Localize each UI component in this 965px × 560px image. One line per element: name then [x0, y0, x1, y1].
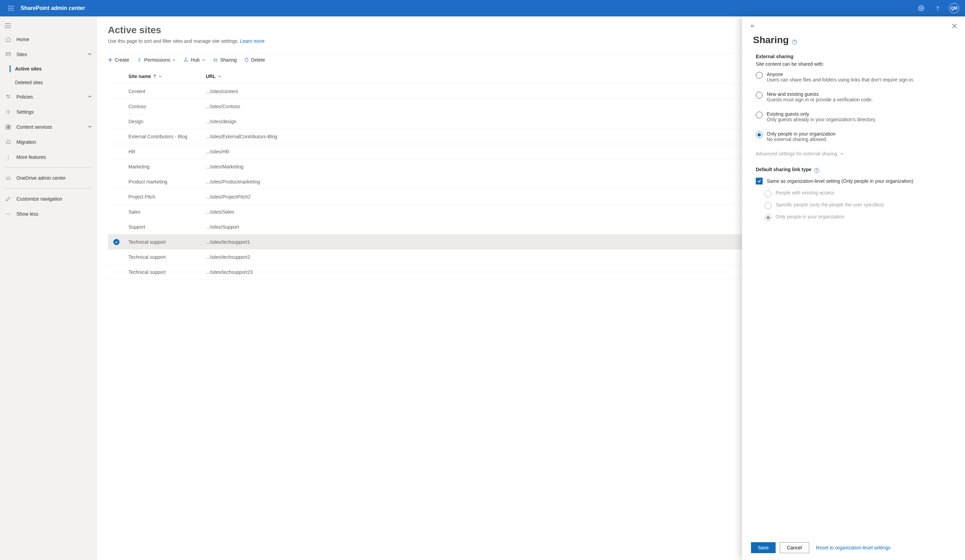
cmd-label: Delete	[251, 57, 265, 63]
sidebar-item-label: Deleted sites	[15, 80, 43, 85]
column-header-name[interactable]: Site name	[128, 73, 206, 79]
sidebar-item-label: Sites	[16, 52, 83, 57]
sidebar-item-label: Settings	[16, 109, 92, 115]
svg-rect-22	[8, 125, 10, 127]
cell-site-name: Technical support	[128, 239, 206, 245]
cell-site-name: Technical support	[128, 269, 206, 275]
sidebar-item-settings[interactable]: Settings	[0, 104, 96, 119]
option-sublabel: Only guests already in your organization…	[767, 117, 876, 122]
svg-rect-14	[6, 53, 10, 56]
app-title: SharePoint admin center	[21, 5, 85, 11]
option-label: New and existing guests	[767, 91, 873, 97]
option-label: Anyone	[767, 72, 914, 77]
option-label: Only people in your organization	[767, 131, 836, 137]
sharing-button[interactable]: Sharing	[213, 57, 237, 63]
delete-button[interactable]: Delete	[244, 57, 265, 63]
reset-link[interactable]: Reset to organization-level settings	[816, 545, 891, 550]
nav-toggle-button[interactable]	[5, 24, 11, 29]
sidebar-item-more-features[interactable]: More features	[0, 150, 96, 165]
chevron-down-icon	[88, 95, 92, 99]
sharing-option[interactable]: Only people in your organizationNo exter…	[756, 131, 951, 142]
sidebar-item-label: OneDrive admin center	[16, 175, 92, 181]
cell-site-name: Support	[128, 224, 206, 230]
sidebar-item-customize[interactable]: Customize navigation	[0, 191, 96, 206]
selected-check-icon	[113, 239, 119, 245]
save-button[interactable]: Save	[751, 542, 775, 553]
svg-point-30	[10, 214, 10, 214]
svg-point-3	[8, 8, 10, 9]
radio-icon	[756, 72, 762, 79]
sharing-option[interactable]: New and existing guestsGuests must sign …	[756, 91, 951, 102]
svg-point-28	[6, 214, 7, 214]
avatar: QM	[949, 3, 959, 13]
sites-icon	[5, 52, 11, 57]
svg-point-5	[13, 8, 14, 9]
cell-site-name: Content	[128, 89, 206, 94]
sidebar-item-active-sites[interactable]: Active sites	[0, 62, 96, 76]
pencil-icon	[5, 196, 11, 202]
permissions-button[interactable]: Permissions	[137, 57, 176, 63]
svg-point-25	[8, 155, 8, 156]
svg-point-1	[11, 6, 11, 7]
external-sharing-title: External sharing	[756, 54, 951, 59]
cell-site-name: Contoso	[128, 104, 206, 109]
gear-icon	[918, 5, 924, 11]
sidebar-item-onedrive[interactable]: OneDrive admin center	[0, 170, 96, 186]
app-launcher-button[interactable]	[3, 0, 19, 16]
cell-site-name: External Contributors - Blog	[128, 134, 206, 139]
radio-icon	[765, 214, 772, 221]
external-sharing-desc: Site content can be shared with:	[756, 61, 951, 67]
sharing-option[interactable]: AnyoneUsers can share files and folders …	[756, 72, 951, 83]
svg-point-40	[214, 59, 215, 60]
chevron-down-icon	[159, 75, 162, 78]
svg-point-4	[11, 8, 11, 9]
learn-more-link[interactable]: Learn more	[240, 38, 265, 44]
account-button[interactable]: QM	[946, 0, 962, 16]
option-sublabel: Users can share files and folders using …	[767, 77, 914, 83]
sidebar-item-label: Migration	[16, 139, 92, 145]
sharing-option[interactable]: Existing guests onlyOnly guests already …	[756, 111, 951, 122]
svg-point-20	[8, 111, 9, 113]
settings-button[interactable]	[913, 0, 929, 16]
create-button[interactable]: Create	[108, 57, 129, 63]
same-as-org-checkbox[interactable]: Same as organization-level setting (Only…	[756, 178, 951, 184]
permissions-icon	[137, 57, 142, 63]
link-type-info-button[interactable]: ?	[815, 168, 819, 173]
link-type-title: Default sharing link type	[756, 167, 811, 172]
panel-footer: Save Cancel Reset to organization-level …	[742, 538, 965, 560]
panel-title: Sharing	[753, 34, 788, 46]
home-icon	[5, 37, 11, 42]
sidebar-item-home[interactable]: Home	[0, 32, 96, 47]
option-sublabel: Guests must sign in or provide a verific…	[767, 97, 873, 102]
panel-back-button[interactable]	[749, 22, 757, 31]
sidebar-item-deleted-sites[interactable]: Deleted sites	[0, 76, 96, 89]
svg-rect-24	[8, 127, 10, 129]
help-button[interactable]	[929, 0, 946, 16]
sidebar-item-content-services[interactable]: Content services	[0, 119, 96, 134]
cancel-button[interactable]: Cancel	[780, 542, 809, 553]
panel-close-button[interactable]	[950, 22, 958, 31]
sidebar-item-migration[interactable]: Migration	[0, 134, 96, 150]
svg-point-7	[11, 10, 11, 11]
cmd-label: Create	[115, 57, 129, 63]
svg-point-6	[8, 10, 10, 11]
hamburger-icon	[5, 23, 11, 28]
sidebar-item-sites[interactable]: Sites	[0, 47, 96, 62]
plus-icon	[108, 57, 113, 62]
cell-site-name: Marketing	[128, 164, 206, 170]
panel-title-info-button[interactable]: ?	[792, 40, 797, 44]
advanced-settings-toggle[interactable]: Advanced settings for external sharing	[756, 151, 951, 157]
advanced-label: Advanced settings for external sharing	[756, 151, 837, 157]
cmd-label: Sharing	[220, 57, 237, 63]
sort-up-icon	[153, 74, 157, 78]
divider	[5, 167, 92, 168]
help-icon	[934, 5, 941, 11]
link-type-option: Specific people (only the people the use…	[765, 202, 951, 209]
radio-icon	[756, 112, 762, 118]
hub-button[interactable]: Hub	[183, 57, 205, 63]
svg-point-27	[8, 158, 8, 159]
checkbox-checked-icon	[756, 178, 762, 184]
sidebar-item-policies[interactable]: Policies	[0, 89, 96, 104]
cell-site-name: Project Pitch	[128, 194, 206, 199]
sidebar-item-show-less[interactable]: Show less	[0, 206, 96, 222]
